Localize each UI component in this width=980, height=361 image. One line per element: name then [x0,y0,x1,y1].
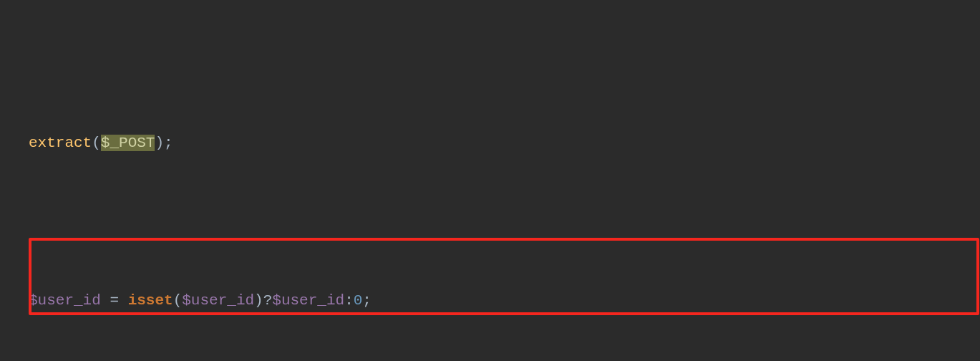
func-extract: extract [29,135,92,151]
code-line[interactable]: extract($_POST); [29,127,980,159]
paren-close: ); [155,135,173,151]
kw-isset: isset [128,292,173,309]
var-user-id: $user_id [29,292,101,309]
paren: ( [92,135,101,151]
var-post-dollar: $ [101,135,110,151]
num-zero: 0 [354,292,363,309]
code-editor[interactable]: extract($_POST); $user_id = isset($user_… [0,0,980,361]
var-post: _POST [110,135,155,151]
code-line[interactable]: $user_id = isset($user_id)?$user_id:0; [29,285,980,317]
